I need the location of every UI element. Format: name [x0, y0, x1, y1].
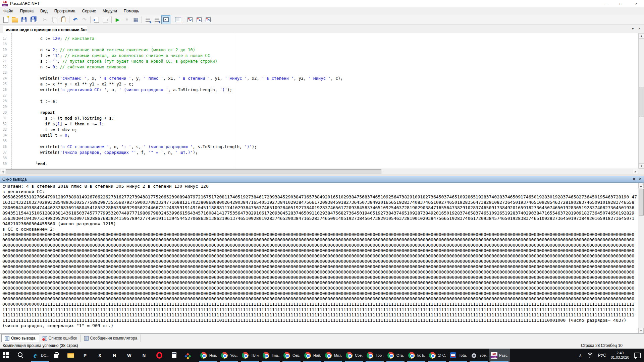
chrome-window-button[interactable]: You... — [219, 349, 239, 362]
code-line[interactable]: 22 n := 0; // счётчик искомых символов — [0, 64, 638, 70]
save-button[interactable] — [19, 15, 29, 24]
excel-taskbar-button[interactable]: X — [95, 349, 109, 362]
format-code-button[interactable] — [143, 15, 152, 24]
copy-button[interactable] — [50, 15, 59, 24]
scroll-left-icon[interactable]: ◄ — [0, 169, 5, 175]
clock[interactable]: 2:40 01.03.2020 — [611, 351, 629, 360]
chrome-window-button[interactable]: tic b... — [406, 349, 427, 362]
code-line[interactable]: 39└end. — [0, 161, 638, 167]
code-line[interactable]: 26 writeln('в десятичной СС: ', a, ' (чи… — [0, 87, 638, 93]
chrome-window-button[interactable]: Ima... — [260, 349, 281, 362]
powerpoint-taskbar-button[interactable]: P — [80, 349, 95, 362]
menu-item-Сервис[interactable]: Сервис — [79, 8, 99, 14]
chrome-window-button[interactable]: ТВ н... — [239, 349, 260, 362]
paste-button[interactable] — [59, 15, 68, 24]
close-button[interactable]: × — [629, 0, 644, 7]
code-line[interactable]: 19 o := 2; // основание новой системы сч… — [0, 47, 638, 53]
bottom-tab-Окно вывода[interactable]: Окно вывода — [1, 334, 39, 342]
console-toggle-button[interactable]: >_ — [161, 15, 170, 24]
n-app-taskbar-button[interactable]: N — [139, 349, 154, 362]
code-line[interactable]: 28 t := a; — [0, 99, 638, 104]
minimize-button[interactable]: ─ — [598, 0, 613, 7]
code-line[interactable]: 37 writeln('(число разрядов, содержащих … — [0, 150, 638, 156]
dock-d-button[interactable]: D — [185, 15, 195, 24]
dock-l-button[interactable]: L — [195, 15, 204, 24]
output-window-header[interactable]: Окно вывода × — [0, 176, 644, 183]
editor-tab[interactable]: ичном виде в примере со степенями 3степ … — [3, 26, 87, 33]
pin-icon[interactable] — [633, 178, 636, 181]
new-file-button[interactable] — [1, 15, 10, 24]
code-line[interactable]: 23 — [0, 70, 638, 76]
code-line[interactable]: 35 — [0, 138, 638, 144]
start-button[interactable] — [0, 349, 15, 362]
chrome-window-button[interactable]: Нов... — [198, 349, 219, 362]
scroll-down-icon[interactable]: ▼ — [638, 328, 644, 333]
dock-r-button[interactable]: R — [204, 15, 213, 24]
code-line[interactable]: 27 — [0, 93, 638, 99]
chrome-window-button[interactable]: Сер... — [281, 349, 302, 362]
explorer-taskbar-button[interactable] — [65, 349, 80, 362]
tiles-app-taskbar-button[interactable] — [183, 349, 198, 362]
run-button[interactable]: ▶ — [113, 15, 122, 24]
chrome-window-button[interactable]: Най... — [302, 349, 323, 362]
code-line[interactable]: 21 s := ''; // пустая строка (тут будет … — [0, 59, 638, 64]
goto-next-button[interactable] — [101, 15, 110, 24]
editor-vertical-scrollbar[interactable]: ▲ ▼ — [638, 33, 644, 169]
scroll-up-icon[interactable]: ▲ — [639, 33, 644, 39]
open-file-button[interactable] — [10, 15, 19, 24]
debug-windows-button[interactable]: ▦ — [131, 15, 140, 24]
editor-horizontal-scrollbar[interactable]: ◄ ► — [0, 169, 638, 175]
language-indicator[interactable]: РУС — [598, 353, 606, 358]
code-line[interactable]: 38 — [0, 156, 638, 161]
chrome-window-button[interactable]: 1) C... — [427, 349, 447, 362]
bottom-tab-Сообщения компилятора[interactable]: Сообщения компилятора — [81, 335, 141, 342]
scroll-right-icon[interactable]: ► — [633, 169, 638, 175]
output-vscroll-thumb[interactable] — [639, 189, 644, 216]
menu-item-Файл[interactable]: Файл — [0, 8, 17, 14]
output-vertical-scrollbar[interactable]: ▲ ▼ — [638, 183, 644, 333]
output-panel-button[interactable] — [173, 15, 182, 24]
opera-taskbar-button[interactable] — [154, 349, 168, 362]
goto-prev-button[interactable] — [92, 15, 101, 24]
code-line[interactable]: 24 writeln('считаем: ', x, ' в степени '… — [0, 76, 638, 81]
format-selection-button[interactable] — [152, 15, 161, 24]
menu-item-Модули[interactable]: Модули — [99, 8, 120, 14]
editor-vscroll-thumb[interactable] — [639, 87, 644, 117]
code-line[interactable]: 34 until t = 0; — [0, 133, 638, 138]
code-line[interactable]: 31 s := (t mod o).ToString + s; — [0, 116, 638, 121]
code-line[interactable]: 29 — [0, 104, 638, 110]
onenote-taskbar-button[interactable]: N — [109, 349, 124, 362]
menu-item-Помощь[interactable]: Помощь — [120, 8, 143, 14]
calculator-taskbar-button[interactable] — [168, 349, 183, 362]
menu-item-Программа[interactable]: Программа — [51, 8, 79, 14]
code-line[interactable]: 36 writeln('в СС с основанием ', o, ': '… — [0, 144, 638, 150]
undo-button[interactable]: ↶ — [71, 15, 80, 24]
chrome-window-button[interactable]: Micr... — [323, 349, 343, 362]
wifi-icon[interactable] — [587, 353, 593, 358]
menu-item-Вид[interactable]: Вид — [37, 8, 51, 14]
cut-button[interactable]: ✂ — [41, 15, 50, 24]
menu-item-Правка[interactable]: Правка — [17, 8, 37, 14]
code-editor[interactable]: 17 c := 120; // константа1819 o := 2; //… — [0, 33, 638, 169]
search-button[interactable] — [15, 349, 30, 362]
store-taskbar-button[interactable] — [50, 349, 65, 362]
output-close-icon[interactable]: × — [639, 177, 641, 181]
pascalabc-taskbar-button[interactable]: AB.netPasc... — [489, 349, 510, 362]
redo-button[interactable]: ↷ — [80, 15, 89, 24]
chrome-window-button[interactable]: Тор ... — [364, 349, 385, 362]
output-window-body[interactable]: считаем: 4 в степени 2018 плюс 8 в степе… — [0, 183, 644, 334]
word-taskbar-button[interactable]: W — [124, 349, 139, 362]
chrome-window-button[interactable]: Ста... — [385, 349, 406, 362]
keepass-taskbar-button[interactable]: вре... — [468, 349, 489, 362]
code-line[interactable]: 20 f := '1'; // искомый символ, их колич… — [0, 53, 638, 59]
code-line[interactable]: 17 c := 120; // константа — [0, 36, 638, 42]
code-line[interactable]: 18 — [0, 42, 638, 47]
code-line[interactable]: 32 if s[1] = f then n += 1; — [0, 121, 638, 127]
action-center-icon[interactable] — [634, 353, 641, 358]
maximize-button[interactable]: □ — [613, 0, 629, 7]
edge-taskbar-button[interactable]: eDC... — [30, 349, 50, 362]
editor-hscroll-thumb[interactable] — [6, 169, 381, 174]
bottom-tab-Список ошибок[interactable]: Список ошибок — [39, 335, 81, 342]
total-commander-taskbar-button[interactable]: Tota... — [447, 349, 468, 362]
code-line[interactable]: 25 a := x ** y + x1 ** y1 - x2 ** y2 - c… — [0, 81, 638, 87]
